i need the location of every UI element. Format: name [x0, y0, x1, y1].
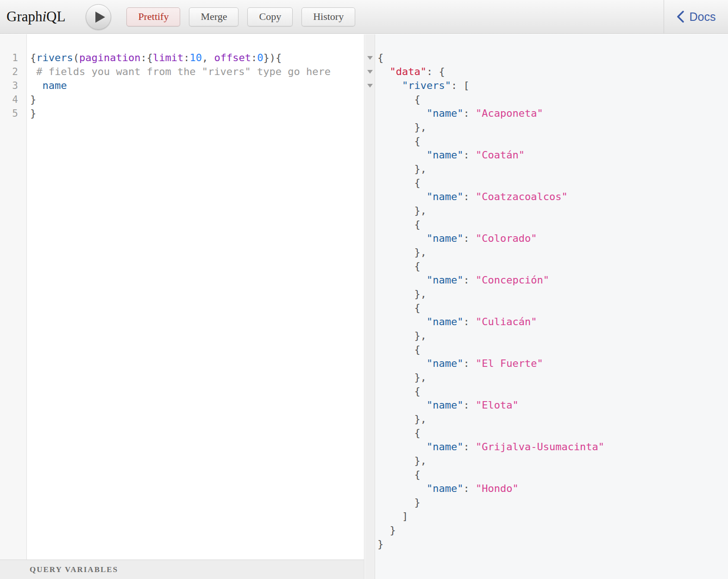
query-code[interactable]: {rivers(pagination:{limit:10, offset:0})… [30, 34, 364, 120]
result-line: { [377, 259, 728, 273]
code-token: "Grijalva-Usumacinta" [476, 441, 604, 453]
code-token: { [377, 469, 420, 480]
result-line: ] [377, 510, 728, 523]
code-token [377, 80, 402, 91]
code-token: "name" [427, 274, 463, 286]
code-token: "name" [427, 399, 463, 411]
code-token: name [43, 80, 67, 91]
code-token: }, [377, 455, 427, 466]
execute-query-button[interactable] [86, 4, 111, 30]
code-token: ] [377, 510, 408, 522]
code-token [377, 441, 427, 453]
code-token: "name" [427, 107, 463, 119]
query-variables-bar[interactable]: QUERY VARIABLES [0, 560, 364, 579]
code-token: "Culiacán" [476, 316, 537, 327]
code-token: } [30, 94, 36, 105]
result-line: { [377, 468, 728, 482]
code-token: "Hondo" [476, 483, 519, 494]
code-token: : [183, 52, 189, 63]
code-token: "data" [390, 66, 427, 77]
result-line: { [377, 218, 728, 232]
toolbar-buttons: PrettifyMergeCopyHistory [126, 7, 355, 26]
toolbar: GraphiQL PrettifyMergeCopyHistory Docs [0, 0, 728, 34]
code-token: }, [377, 121, 427, 133]
result-line: "data": { [377, 65, 728, 79]
line-number: 4 [0, 93, 26, 107]
code-token: { [377, 344, 420, 355]
code-token: { [30, 52, 36, 63]
query-line: {rivers(pagination:{limit:10, offset:0})… [30, 51, 364, 65]
code-token: "name" [427, 149, 463, 161]
result-line: } [377, 496, 728, 510]
result-line: "name": "El Fuerte" [377, 357, 728, 371]
query-variables-title[interactable]: QUERY VARIABLES [30, 565, 118, 574]
code-token: 0 [257, 52, 263, 63]
code-token: "rivers" [402, 80, 451, 91]
result-line: }, [377, 245, 728, 259]
copy-button[interactable]: Copy [247, 7, 293, 26]
play-icon [95, 12, 105, 23]
code-token: { [147, 52, 153, 63]
result-fold-gutter [365, 34, 375, 579]
docs-button[interactable]: Docs [664, 0, 728, 34]
code-token: : [463, 358, 476, 369]
fold-toggle-icon[interactable] [367, 84, 373, 88]
code-token [377, 316, 427, 327]
result-line: { [377, 301, 728, 315]
query-gutter: 12345 [0, 34, 27, 560]
code-token: }, [377, 163, 427, 175]
result-line: }, [377, 412, 728, 426]
fold-toggle-icon[interactable] [367, 70, 373, 74]
fold-toggle-icon[interactable] [367, 56, 373, 60]
code-token: "Acaponeta" [476, 107, 543, 119]
code-token: }, [377, 205, 427, 216]
code-token: }, [377, 413, 427, 425]
code-token: { [377, 427, 420, 439]
result-line: }, [377, 454, 728, 468]
code-token: { [377, 177, 420, 189]
query-line: name [30, 79, 364, 93]
code-token: , [202, 52, 214, 63]
result-code: { "data": { "rivers": [ { "name": "Acapo… [377, 34, 728, 551]
code-token: "Colorado" [476, 233, 537, 244]
code-token: }, [377, 371, 427, 383]
code-token: pagination [79, 52, 140, 63]
code-token: } [377, 538, 383, 550]
result-line: { [377, 384, 728, 398]
result-line: "name": "Grijalva-Usumacinta" [377, 440, 728, 454]
code-token: "name" [427, 233, 463, 244]
code-token: 10 [189, 52, 202, 63]
graphiql-logo: GraphiQL [6, 8, 65, 25]
result-line: "name": "Elota" [377, 398, 728, 412]
code-token: : [463, 274, 476, 286]
history-button[interactable]: History [301, 7, 355, 26]
code-token: : { [427, 66, 445, 77]
merge-button[interactable]: Merge [189, 7, 238, 26]
code-token: { [377, 302, 420, 314]
result-line: }, [377, 371, 728, 384]
result-line: } [377, 523, 728, 537]
docs-label: Docs [690, 10, 716, 24]
result-line: "name": "Coatzacoalcos" [377, 190, 728, 204]
code-token: "Coatzacoalcos" [476, 191, 568, 202]
result-line: { [377, 343, 728, 357]
code-token [377, 274, 427, 286]
result-line: }, [377, 162, 728, 176]
code-token: : [463, 149, 476, 161]
result-line: } [377, 537, 728, 551]
code-token: # fields you want from the "rivers" type… [30, 66, 331, 77]
result-line: { [377, 426, 728, 440]
prettify-button[interactable]: Prettify [126, 7, 180, 26]
result-line: { [377, 93, 728, 107]
query-line: } [30, 107, 364, 120]
code-token [377, 233, 427, 244]
code-token: : [140, 52, 146, 63]
code-token: } [30, 107, 36, 119]
code-token: { [377, 94, 420, 105]
code-token: "name" [427, 358, 463, 369]
code-token: : [463, 483, 476, 494]
code-token: : [251, 52, 257, 63]
result-line: "name": "Concepción" [377, 273, 728, 287]
code-token: { [377, 135, 420, 147]
code-token: : [463, 107, 476, 119]
